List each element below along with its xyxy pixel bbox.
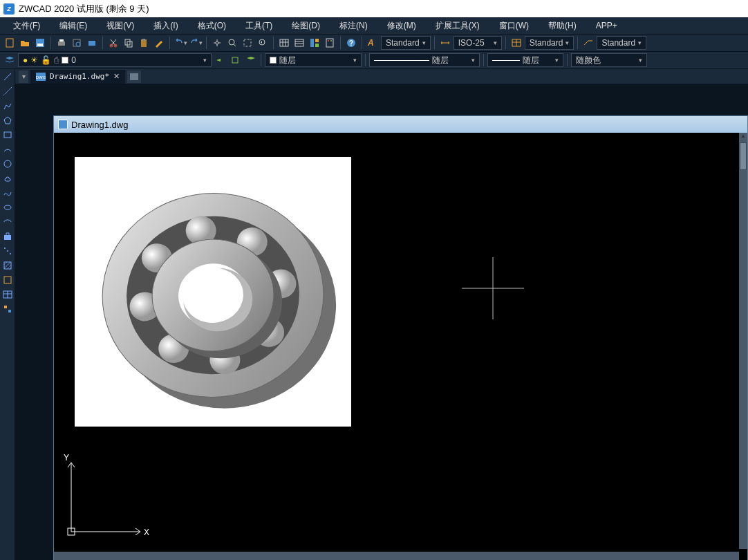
menu-edit[interactable]: 编辑(E) [50,18,97,34]
block-tool[interactable] [1,230,14,243]
svg-rect-20 [310,39,314,47]
xline-tool[interactable] [1,85,14,97]
zoom-prev-button[interactable] [256,36,270,50]
print-preview-button[interactable] [70,36,84,50]
design-center-button[interactable] [308,36,321,50]
line-tool[interactable] [1,71,14,83]
menu-modify[interactable]: 修改(M) [377,18,426,34]
menu-view[interactable]: 视图(V) [97,18,144,34]
x-axis-label: X [144,528,149,537]
arc-tool[interactable] [1,143,14,156]
bearing-3d-render [75,157,351,427]
pan-button[interactable] [210,36,224,50]
layer-state-button[interactable] [243,53,257,67]
dropdown-icon: ▾ [638,39,642,46]
doc-window-title: Drawing1.dwg [71,120,128,130]
tabs-collapse-button[interactable]: ▾ [19,71,28,83]
svg-rect-30 [232,57,238,63]
close-tab-button[interactable]: ✕ [113,72,120,81]
polygon-tool[interactable] [1,114,14,127]
point-tool[interactable] [1,245,14,257]
table-button[interactable] [277,36,291,50]
menu-insert[interactable]: 插入(I) [144,18,187,34]
canvas-background: Drawing1.dwg [15,84,748,560]
menu-format[interactable]: 格式(O) [188,18,236,34]
svg-rect-45 [130,73,138,80]
layer-manager-button[interactable] [3,53,17,67]
svg-point-15 [229,39,234,45]
open-file-button[interactable] [18,36,32,50]
gradient-tool[interactable] [1,274,14,286]
menu-draw[interactable]: 绘图(D) [282,18,330,34]
horizontal-scrollbar[interactable] [54,552,739,560]
cut-button[interactable] [106,36,120,50]
menu-window[interactable]: 窗口(W) [489,18,539,34]
plot-button[interactable] [85,36,99,50]
plotstyle-combo[interactable]: 随颜色 ▾ [571,53,647,67]
dim-style-value: ISO-25 [458,38,485,48]
polyline-tool[interactable] [1,100,14,112]
layer-prev-button[interactable] [213,53,227,67]
svg-rect-34 [4,235,11,240]
svg-rect-2 [37,44,43,46]
layer-combo[interactable]: ● ☀ 🔓 ⎙ 0 ▾ [18,53,212,67]
dwg-file-icon [58,120,68,129]
revcloud-tool[interactable] [1,172,14,185]
scroll-thumb[interactable] [740,142,747,170]
zoom-realtime-button[interactable] [225,36,239,50]
menu-help[interactable]: 帮助(H) [539,18,586,34]
new-file-button[interactable] [3,36,17,50]
drawing-canvas[interactable]: Y X [54,133,739,549]
linetype-combo[interactable]: 随层 ▾ [369,53,480,67]
menu-file[interactable]: 文件(F) [3,18,50,34]
circle-tool[interactable] [1,158,14,170]
dim-style-icon[interactable] [438,36,452,50]
svg-point-32 [4,160,11,167]
menu-tools[interactable]: 工具(T) [236,18,282,34]
blend-tool[interactable] [1,303,14,315]
color-combo[interactable]: 随层 ▾ [265,53,362,67]
text-style-icon[interactable]: A [366,36,380,50]
hatch-tool[interactable] [1,259,14,272]
text-style-combo[interactable]: Standard ▾ [381,36,431,50]
save-file-button[interactable] [33,36,47,50]
toolbar-layers: ● ☀ 🔓 ⎙ 0 ▾ 随层 ▾ 随层 ▾ 随层 ▾ 随颜色 ▾ [0,52,748,69]
menu-dimension[interactable]: 标注(N) [330,18,377,34]
doc-window-titlebar[interactable]: Drawing1.dwg [54,116,747,133]
table-tool[interactable] [1,288,14,301]
file-tab-active[interactable]: DWG Drawing1.dwg* ✕ [30,70,125,84]
linetype-value: 随层 [432,55,449,66]
match-prop-button[interactable] [152,36,166,50]
dim-style-combo[interactable]: ISO-25 ▾ [454,36,502,50]
text-style-value: Standard [386,38,420,48]
undo-button[interactable]: ▾ [174,36,187,50]
print-button[interactable] [55,36,68,50]
ellipse-arc-tool[interactable] [1,216,14,228]
layer-iso-button[interactable] [228,53,242,67]
spline-tool[interactable] [1,187,14,199]
mleader-style-icon[interactable] [581,36,595,50]
table-style-icon[interactable] [509,36,523,50]
mleader-style-combo[interactable]: Standard ▾ [597,36,646,50]
ellipse-tool[interactable] [1,201,14,214]
mleader-style-value: Standard [601,38,635,48]
menu-express[interactable]: 扩展工具(X) [426,18,489,34]
paste-button[interactable] [137,36,151,50]
help-button[interactable]: ? [344,36,358,50]
svg-rect-7 [88,41,95,46]
vertical-scrollbar[interactable]: ▲ [739,133,747,549]
properties-button[interactable] [292,36,306,50]
rectangle-tool[interactable] [1,129,14,141]
menu-app[interactable]: APP+ [586,19,627,32]
lineweight-combo[interactable]: 随层 ▾ [487,53,563,67]
lineweight-swatch [492,60,520,61]
redo-button[interactable]: ▾ [189,36,203,50]
table-style-combo[interactable]: Standard ▾ [525,36,574,50]
y-axis-label: Y [64,453,69,463]
zoom-window-button[interactable] [241,36,254,50]
new-tab-button[interactable] [127,71,141,83]
sun-icon: ☀ [30,55,38,65]
tool-palettes-button[interactable] [323,36,337,50]
copy-button[interactable] [122,36,135,50]
svg-point-35 [4,248,6,249]
